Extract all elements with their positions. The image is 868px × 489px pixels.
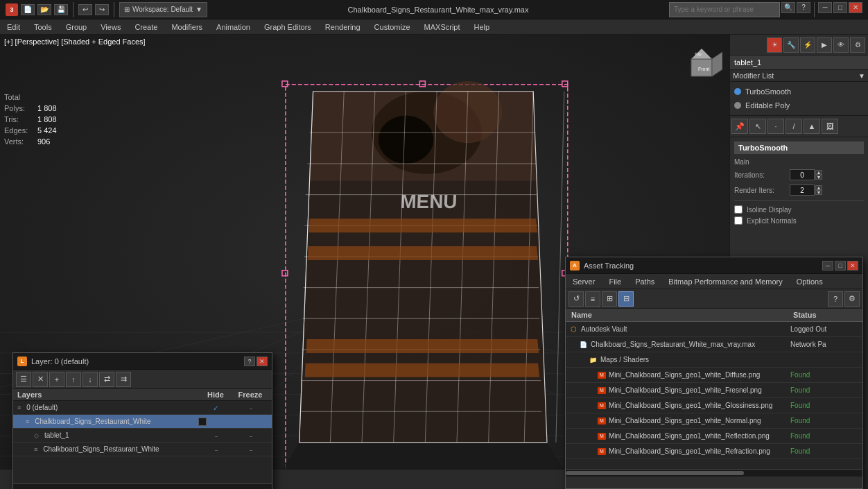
at-toolbar: ↺ ≡ ⊞ ⊟ ? ⚙ [566,289,862,309]
lp-row-chalkboard2[interactable]: ≡ Chalkboard_Signs_Restaurant_White --- … [13,443,272,456]
lp-row-tablet[interactable]: ◇ tablet_1 --- --- [13,429,272,443]
ts-renderiters-down[interactable]: ▼ [815,190,822,195]
at-row-normal[interactable]: M Mini_Chalkboard_Signs_geo1_white_Norma… [566,413,862,429]
menu-tools[interactable]: Tools [27,19,59,35]
ts-renderiters-input[interactable] [790,185,815,196]
menu-graph-editors[interactable]: Graph Editors [257,19,318,35]
at-row-vault[interactable]: ⬡ Autodesk Vault Logged Out [566,322,862,337]
panel-tool-vertex[interactable]: · [767,119,784,134]
at-row-fresnel[interactable]: M Mini_Chalkboard_Signs_geo1_white_Fresn… [566,383,862,398]
at-btn-table[interactable]: ⊟ [618,291,634,307]
svg-line-48 [556,92,564,443]
at-row-maps[interactable]: 📁 Maps / Shaders [566,352,862,368]
at-menu-server[interactable]: Server [566,274,602,289]
undo-btn[interactable]: ↩ [78,4,92,15]
panel-icon-motion[interactable]: ▶ [817,37,832,53]
at-glossiness-status: Found [790,402,860,409]
at-menu-options[interactable]: Options [790,274,830,289]
new-btn[interactable]: 📄 [21,4,35,15]
panel-icon-utilities[interactable]: ⚙ [850,37,865,53]
menu-views[interactable]: Views [94,19,128,35]
lp-btn-add[interactable]: + [49,372,64,387]
panel-tool-edge[interactable]: / [785,119,802,134]
redo-btn[interactable]: ↪ [95,4,109,15]
at-close-btn[interactable]: ✕ [847,261,858,271]
panel-tool-face[interactable]: ▲ [804,119,820,134]
lp-close-btn[interactable]: ✕ [257,357,268,366]
panel-tool-pin[interactable]: 📌 [731,119,748,134]
svg-marker-60 [712,52,722,76]
lp-btn-sort[interactable]: ⇄ [99,372,114,387]
ts-renderiters-spinner[interactable]: ▲ ▼ [790,184,822,196]
open-btn[interactable]: 📂 [37,4,51,15]
lp-row-chalkboard[interactable]: ≡ Chalkboard_Signs_Restaurant_White --- [13,415,272,429]
at-menu-bitmap[interactable]: Bitmap Performance and Memory [661,274,789,289]
at-menu-paths[interactable]: Paths [628,274,661,289]
at-row-refraction[interactable]: M Mini_Chalkboard_Signs_geo1_white_Refra… [566,444,862,459]
app-icon: 3 [6,3,18,16]
search-btn[interactable]: 🔍 [781,2,795,13]
menu-edit[interactable]: Edit [0,19,27,35]
panel-icon-hierarchy[interactable]: ⚡ [800,37,815,53]
viewcube[interactable]: Front Top [681,42,722,83]
ts-iterations-spinner[interactable]: ▲ ▼ [790,169,822,181]
ts-iterations-down[interactable]: ▼ [815,175,822,180]
lp-btn-merge[interactable]: ⇉ [116,372,131,387]
modifier-editablepoly[interactable]: Editable Poly [730,98,868,112]
at-minimize-btn[interactable]: ─ [822,261,833,271]
verts-label: Verts: [4,136,32,147]
ts-explicit-checkbox[interactable] [734,216,743,225]
save-btn[interactable]: 💾 [54,4,68,15]
menu-modifiers[interactable]: Modifiers [164,19,209,35]
at-btn-help[interactable]: ? [828,291,843,307]
polys-label: Polys: [4,103,32,114]
lp-btn-move-up[interactable]: ↑ [66,372,81,387]
at-btn-refresh[interactable]: ↺ [568,291,584,307]
lp-scrollbar[interactable] [13,483,272,489]
at-menu-file[interactable]: File [602,274,628,289]
panel-icon-sun[interactable]: ☀ [767,37,782,53]
ts-iterations-up[interactable]: ▲ [815,170,822,175]
panel-icon-display[interactable]: 👁 [833,37,849,53]
menu-create[interactable]: Create [128,19,164,35]
at-row-maxfile[interactable]: 📄 Chalkboard_Signs_Restaurant_White_max_… [566,337,862,352]
lp-checkbox-chalkboard[interactable] [198,418,207,426]
minimize-btn[interactable]: ─ [818,2,832,13]
at-btn-grid[interactable]: ⊞ [602,291,617,307]
at-btn-list[interactable]: ≡ [585,291,600,307]
lp-row-default[interactable]: ≡ 0 (default) ✓ --- [13,401,272,415]
panel-icon-modify[interactable]: 🔧 [783,37,799,53]
lp-question-btn[interactable]: ? [244,357,255,366]
menu-rendering[interactable]: Rendering [318,19,367,35]
panel-tool-image[interactable]: 🖼 [822,119,838,134]
at-maximize-btn[interactable]: □ [835,261,846,271]
ts-renderiters-up[interactable]: ▲ [815,185,822,190]
search-input[interactable] [674,6,775,13]
lp-title-text: Layer: 0 (default) [31,357,244,366]
menu-help[interactable]: Help [467,19,497,35]
modifier-turbosmooth[interactable]: TurboSmooth [730,85,868,98]
lp-btn-new[interactable]: ☰ [16,372,31,387]
at-row-glossiness[interactable]: M Mini_Chalkboard_Signs_geo1_white_Gloss… [566,398,862,413]
polys-value: 1 808 [37,103,57,114]
menu-customize[interactable]: Customize [367,19,417,35]
at-row-reflection[interactable]: M Mini_Chalkboard_Signs_geo1_white_Refle… [566,429,862,444]
menu-animation[interactable]: Animation [209,19,257,35]
panel-tool-cursor[interactable]: ↖ [749,119,766,134]
workspace-dropdown[interactable]: ⊞ Workspace: Default ▼ [119,2,207,17]
lp-btn-delete[interactable]: ✕ [33,372,48,387]
at-scrollbar[interactable] [566,469,862,476]
menu-group[interactable]: Group [59,19,94,35]
menu-maxscript[interactable]: MAXScript [417,19,467,35]
at-row-diffuse[interactable]: M Mini_Chalkboard_Signs_geo1_white_Diffu… [566,368,862,383]
search-box[interactable] [669,2,780,17]
ts-iterations-input[interactable] [790,169,815,180]
close-btn[interactable]: ✕ [849,2,862,13]
at-btn-settings[interactable]: ⚙ [844,291,860,307]
modifier-list-header[interactable]: Modifier List ▼ [730,70,868,82]
lp-btn-move-down[interactable]: ↓ [83,372,98,387]
svg-rect-15 [282,81,288,87]
ts-isoline-checkbox[interactable] [734,205,743,214]
maximize-btn[interactable]: □ [833,2,847,13]
help-btn[interactable]: ? [797,2,810,13]
